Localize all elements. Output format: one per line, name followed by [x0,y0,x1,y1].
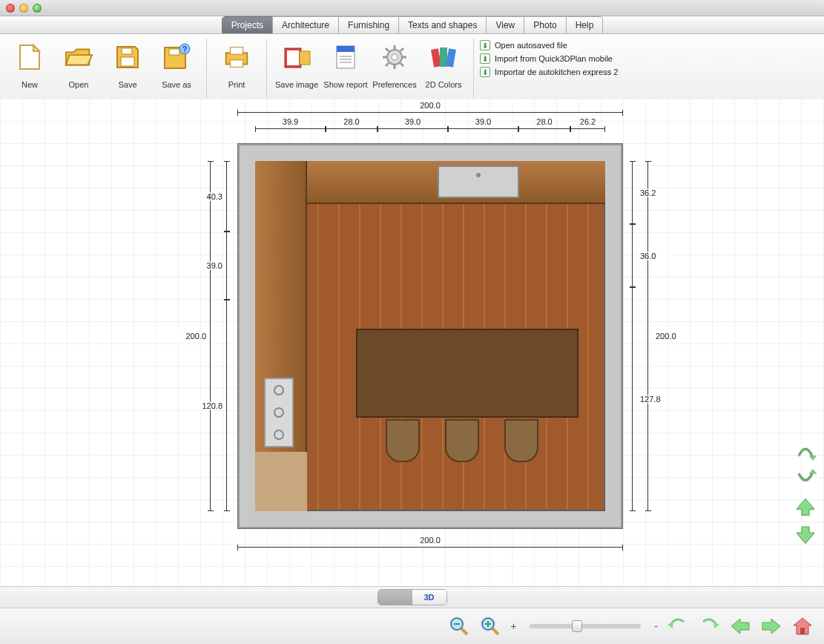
download-icon: ⬇ [480,67,490,77]
bottom-toolbar: + - [0,608,824,644]
tab-architecture[interactable]: Architecture [272,16,339,33]
dimension-left-seg-2: 39.0 [226,231,227,300]
floor-plan[interactable] [237,143,623,529]
svg-marker-33 [809,456,817,460]
dimension-top-seg-2: 28.0 [326,128,378,129]
rotate-down-button[interactable] [793,468,818,489]
svg-rect-6 [169,49,179,55]
preferences-button[interactable]: Preferences [371,39,418,98]
tab-photo[interactable]: Photo [524,16,566,33]
save-as-button[interactable]: ? Save as [153,39,200,98]
bar-stool[interactable] [386,419,420,462]
zoom-slider-thumb[interactable] [572,620,582,632]
save-floppy-icon [113,42,142,72]
tab-texts-shapes[interactable]: Texts and shapes [398,16,487,33]
window-minimize-button[interactable] [19,4,28,13]
tab-furnishing[interactable]: Furnishing [338,16,399,33]
open-folder-icon [64,42,93,72]
svg-marker-44 [668,622,673,628]
zoom-slider[interactable] [530,624,641,628]
dimension-left-seg-3: 120.8 [226,300,227,511]
camera-film-icon [282,42,312,72]
new-file-icon [15,42,45,72]
svg-rect-10 [230,47,243,55]
import-mobile-link[interactable]: ⬇ Import from Quick3DPlan mobile [480,53,618,64]
svg-rect-3 [122,48,132,54]
dimension-right-overall: 200.0 [647,161,648,511]
svg-marker-35 [797,499,814,515]
open-label: Open [69,75,89,94]
dimension-top-seg-1: 39.9 [255,128,326,129]
svg-rect-13 [287,50,299,65]
bar-stool[interactable] [445,419,479,462]
rotate-left-button[interactable] [667,615,689,637]
dimension-top-seg-5: 28.0 [518,128,570,129]
svg-rect-14 [300,51,310,65]
import-autokitchen-label: Importar de autokitchen express 2 [495,68,618,76]
open-button[interactable]: Open [55,39,102,98]
ribbon-toolbar: New Open Save ? Save as Print Save image [0,34,824,103]
move-down-button[interactable] [793,525,818,545]
show-report-button[interactable]: Show report [322,39,369,98]
kitchen-island[interactable] [356,329,579,418]
color-swatch-icon [429,42,458,72]
main-tabs: Projects Architecture Furnishing Texts a… [0,16,824,34]
2d-colors-label: 2D Colors [426,75,462,94]
svg-marker-45 [713,622,719,628]
window-close-button[interactable] [6,4,15,13]
svg-marker-47 [762,619,780,634]
2d-colors-button[interactable]: 2D Colors [420,39,467,98]
gear-icon [380,42,409,72]
svg-line-29 [401,48,403,51]
open-autosaved-link[interactable]: ⬇ Open autosaved file [480,40,618,50]
move-right-button[interactable] [760,615,782,637]
dimension-top-seg-3: 39.0 [378,128,448,129]
dimension-right-seg-1: 36.2 [632,161,633,224]
svg-marker-1 [33,45,39,51]
download-icon: ⬇ [480,53,490,64]
move-up-button[interactable] [793,496,818,517]
tab-help[interactable]: Help [566,16,604,33]
move-left-button[interactable] [729,615,751,637]
save-button[interactable]: Save [104,39,151,98]
ribbon-links: ⬇ Open autosaved file ⬇ Import from Quic… [480,39,618,77]
view-2d-button[interactable] [378,590,412,605]
dimension-left-seg-1: 40.3 [226,161,227,231]
svg-rect-49 [800,628,805,634]
design-canvas[interactable]: 200.0 39.9 28.0 39.0 39.0 28.0 26.2 200.… [0,99,824,586]
zoom-in-button[interactable] [479,615,501,637]
svg-line-28 [386,63,389,66]
kitchen-sink[interactable] [438,165,519,198]
svg-text:?: ? [182,45,187,53]
new-label: New [22,75,38,94]
print-button[interactable]: Print [213,39,260,98]
svg-line-27 [401,63,403,66]
zoom-out-button[interactable] [448,615,470,637]
home-view-button[interactable] [791,615,814,637]
bar-stool[interactable] [504,419,538,462]
download-icon: ⬇ [480,40,490,50]
show-report-label: Show report [323,75,367,94]
tab-projects[interactable]: Projects [222,16,273,33]
zoom-minus-label: - [654,620,658,632]
view-3d-button[interactable]: 3D [412,590,446,605]
save-image-button[interactable]: Save image [273,39,320,98]
cabinet-corner[interactable] [255,452,307,511]
svg-line-26 [386,48,389,51]
countertop-top[interactable] [255,161,605,204]
import-autokitchen-link[interactable]: ⬇ Importar de autokitchen express 2 [480,67,618,77]
cooktop-stove[interactable] [264,378,294,447]
svg-line-41 [492,628,498,634]
dimension-right-seg-2: 36.0 [632,224,633,287]
tab-view[interactable]: View [486,16,524,33]
window-zoom-button[interactable] [33,4,42,13]
new-button[interactable]: New [6,39,53,98]
svg-rect-30 [431,48,441,67]
printer-icon [222,42,251,72]
svg-line-38 [461,628,467,634]
dimension-right-seg-3: 127.8 [632,287,633,511]
rotate-right-button[interactable] [698,615,720,637]
rotate-up-button[interactable] [793,440,818,461]
report-icon [331,42,360,72]
open-autosaved-label: Open autosaved file [495,41,567,50]
